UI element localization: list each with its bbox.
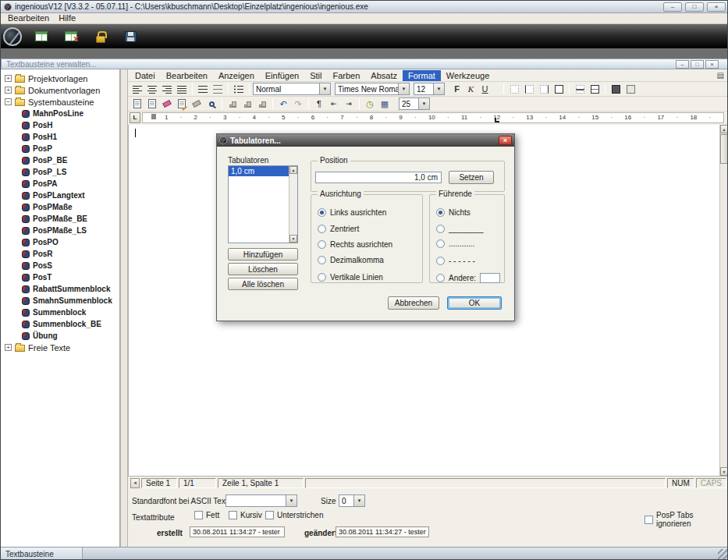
radio-icon[interactable] xyxy=(318,225,326,233)
radio-vertical-lines[interactable]: Vertikale Linien xyxy=(318,273,383,282)
resize-grip[interactable] xyxy=(718,549,728,560)
chevron-down-icon[interactable]: ▼ xyxy=(286,495,297,506)
stamp-1-button[interactable] xyxy=(226,97,240,111)
stamp-2-button[interactable] xyxy=(240,97,254,111)
font-family-combo[interactable]: Times New Roman ▼ xyxy=(335,83,410,95)
list-scrollbar[interactable]: ▲ ▼ xyxy=(289,166,297,243)
panel-splitter[interactable] xyxy=(120,69,128,547)
tree-item[interactable]: PosPO xyxy=(1,236,119,248)
checkbox-icon[interactable] xyxy=(645,516,653,524)
bold-button[interactable]: F xyxy=(450,83,463,96)
radio-leader-none[interactable]: Nichts xyxy=(436,208,471,217)
tab-left-button[interactable]: ⇤ xyxy=(327,97,341,111)
bold-checkbox[interactable]: Fett xyxy=(194,511,219,519)
tree-item[interactable]: PosH xyxy=(1,119,119,131)
align-left-button[interactable] xyxy=(130,83,144,96)
tree-item[interactable]: Summenblock_BE xyxy=(1,318,119,330)
tree-item-freie-texte[interactable]: + Freie Texte xyxy=(1,342,119,353)
stamp-3-button[interactable] xyxy=(255,97,269,111)
menu-anzeigen[interactable]: Anzeigen xyxy=(213,70,260,81)
expand-icon[interactable]: + xyxy=(5,87,12,94)
size-combo[interactable]: 0 ▼ xyxy=(339,494,365,507)
radio-icon[interactable] xyxy=(436,225,445,233)
tree-item[interactable]: PosH1 xyxy=(1,131,119,143)
search-replace-button[interactable] xyxy=(204,97,218,111)
delete-all-button[interactable]: Alle löschen xyxy=(228,278,298,290)
maximize-button[interactable]: □ xyxy=(685,2,704,12)
time-field-button[interactable]: ◷ xyxy=(363,97,377,111)
radio-checked-icon[interactable] xyxy=(318,208,326,217)
italic-checkbox[interactable]: Kursiv xyxy=(229,511,262,519)
ok-button[interactable]: OK xyxy=(447,296,502,310)
scroll-up-icon[interactable]: ▲ xyxy=(720,125,728,133)
tree-item[interactable]: Summenblock xyxy=(1,307,119,318)
radio-checked-icon[interactable] xyxy=(436,208,445,217)
position-input[interactable]: 1,0 cm xyxy=(315,172,442,183)
underline-button[interactable]: U xyxy=(478,83,492,96)
tree-item[interactable]: PosPMaße_LS xyxy=(1,225,119,236)
radio-icon[interactable] xyxy=(436,239,445,248)
radio-leader-other[interactable]: Andere: xyxy=(436,273,500,283)
shading-none-button[interactable] xyxy=(623,83,637,96)
tab-stop-marker[interactable] xyxy=(495,118,499,122)
tab-right-button[interactable]: ⇥ xyxy=(342,97,356,111)
menu-hilfe[interactable]: Hilfe xyxy=(54,13,80,23)
chevron-down-icon[interactable]: ▼ xyxy=(319,83,330,94)
checkbox-icon[interactable] xyxy=(229,511,237,519)
chevron-down-icon[interactable]: ▼ xyxy=(433,83,444,94)
radio-icon[interactable] xyxy=(436,257,445,265)
radio-icon[interactable] xyxy=(436,274,445,282)
minimize-button[interactable]: – xyxy=(663,2,682,12)
collapse-icon[interactable]: − xyxy=(5,98,12,105)
tree-item-systembausteine[interactable]: − Systembausteine xyxy=(1,96,119,108)
border-left-button[interactable] xyxy=(522,83,536,96)
tree-item-projektvorlagen[interactable]: + Projektvorlagen xyxy=(1,73,119,84)
eraser-button[interactable] xyxy=(160,97,174,111)
checkbox-icon[interactable] xyxy=(265,511,274,519)
chevron-down-icon[interactable]: ▼ xyxy=(418,98,429,109)
insert-table-button[interactable]: ▦ xyxy=(378,97,392,111)
align-right-button[interactable] xyxy=(160,83,174,96)
tree-item[interactable]: SmahnSummenblock xyxy=(1,295,119,307)
tree-item[interactable]: PosPMaße xyxy=(1,201,119,213)
tree-item[interactable]: RabattSummenblock xyxy=(1,283,119,295)
menu-stil[interactable]: Stil xyxy=(304,70,327,81)
radio-icon[interactable] xyxy=(318,240,326,249)
show-paragraph-marks-button[interactable]: ¶ xyxy=(312,97,326,111)
border-grid-button[interactable] xyxy=(588,83,602,96)
scroll-down-icon[interactable]: ▼ xyxy=(289,235,297,243)
align-justify-button[interactable] xyxy=(175,83,189,96)
menu-farben[interactable]: Farben xyxy=(328,70,366,81)
radio-leader-dashes[interactable]: - - - - - - xyxy=(436,257,475,265)
tab-type-selector[interactable]: L xyxy=(130,112,140,123)
scroll-up-icon[interactable]: ▲ xyxy=(289,166,297,174)
border-box-button[interactable] xyxy=(552,83,566,96)
radio-align-right[interactable]: Rechts ausrichten xyxy=(318,240,392,249)
tab-stop-list[interactable]: 1,0 cm ▲ ▼ xyxy=(228,165,298,243)
menu-absatz[interactable]: Absatz xyxy=(365,70,403,81)
cancel-button[interactable]: Abbrechen xyxy=(388,296,439,310)
tree-item[interactable]: Übung xyxy=(1,330,119,342)
posp-tabs-checkbox[interactable]: PosP Tabs ignorieren xyxy=(645,511,728,528)
line-spacing-2-button[interactable] xyxy=(211,83,225,96)
new-page-button[interactable] xyxy=(130,97,144,111)
lock-button[interactable] xyxy=(91,27,111,47)
tree-item[interactable]: PosPA xyxy=(1,178,119,190)
radio-icon[interactable] xyxy=(318,273,326,282)
expand-icon[interactable]: + xyxy=(5,75,12,82)
tab-stop-list-item[interactable]: 1,0 cm xyxy=(229,166,289,176)
table-delete-button[interactable] xyxy=(61,27,81,47)
standardfont-combo[interactable]: ▼ xyxy=(226,494,297,507)
radio-decimal[interactable]: Dezimalkomma xyxy=(318,256,384,264)
vertical-scrollbar[interactable]: ▲ ▼ xyxy=(719,125,728,476)
italic-button[interactable]: K xyxy=(464,83,478,96)
chevron-down-icon[interactable]: ▼ xyxy=(398,83,409,94)
redo-button[interactable]: ↷ xyxy=(291,97,305,111)
page-preview-button[interactable] xyxy=(145,97,159,111)
scroll-left-icon[interactable]: ◄ xyxy=(130,478,140,488)
edit-page-button[interactable] xyxy=(175,97,189,111)
tree-item[interactable]: PosPMaße_BE xyxy=(1,213,119,225)
radio-leader-dots[interactable]: ............ xyxy=(436,239,474,248)
expand-icon[interactable]: + xyxy=(5,344,12,351)
tree-item[interactable]: PosP_LS xyxy=(1,166,119,178)
